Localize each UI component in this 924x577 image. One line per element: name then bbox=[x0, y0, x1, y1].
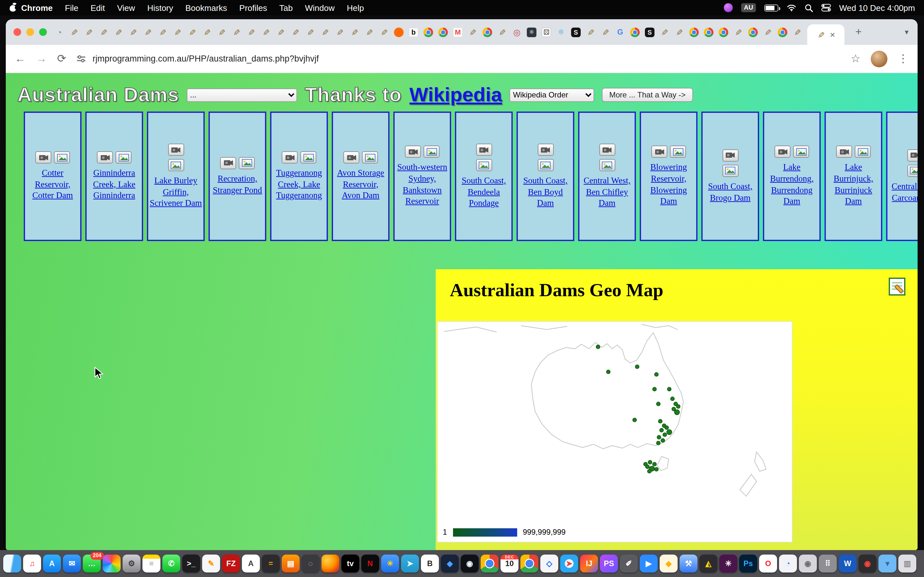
pen-favicon[interactable]: ✎ bbox=[217, 27, 226, 37]
camcorder-icon[interactable] bbox=[651, 146, 667, 158]
dam-select[interactable]: ... bbox=[187, 88, 297, 102]
zoom-window-button[interactable] bbox=[39, 28, 47, 36]
dam-marker[interactable] bbox=[648, 469, 651, 473]
wikipedia-link[interactable]: Wikipedia bbox=[409, 83, 502, 106]
pen-favicon[interactable]: ✎ bbox=[202, 27, 212, 37]
more-that-a-way-button[interactable]: More ... That a Way -> bbox=[602, 88, 693, 102]
forward-button[interactable]: → bbox=[36, 52, 47, 65]
dock-icon-app-store[interactable]: A bbox=[43, 554, 61, 572]
dock-icon-github[interactable]: ◉ bbox=[461, 554, 479, 572]
dock-icon-sketch[interactable]: ◆ bbox=[660, 554, 678, 572]
active-tab[interactable]: ✎ × bbox=[807, 24, 845, 45]
camcorder-icon[interactable] bbox=[220, 157, 236, 169]
dock-icon-utility-app[interactable]: ◌ bbox=[302, 554, 320, 572]
menu-item-tab[interactable]: Tab bbox=[279, 3, 293, 13]
compass-favicon[interactable]: ◔ bbox=[55, 27, 64, 37]
dock-icon-chromium[interactable] bbox=[520, 554, 538, 572]
back-button[interactable]: ← bbox=[15, 52, 26, 65]
chrome-favicon[interactable] bbox=[748, 27, 758, 37]
pen-favicon[interactable]: ✎ bbox=[365, 27, 374, 37]
dock-icon-xcode[interactable]: ⚒ bbox=[680, 554, 698, 572]
dock-icon-books[interactable]: ▤ bbox=[282, 554, 300, 572]
dock-icon-filezilla[interactable]: FZ bbox=[222, 554, 240, 572]
dam-marker[interactable] bbox=[656, 441, 660, 445]
dam-marker[interactable] bbox=[596, 345, 600, 349]
pen-favicon[interactable]: ✎ bbox=[763, 27, 772, 37]
pen-favicon[interactable]: ✎ bbox=[305, 27, 315, 37]
gmail-favicon[interactable]: M bbox=[453, 27, 463, 37]
dock-icon-photoshop[interactable]: Ps bbox=[739, 554, 757, 572]
pen-favicon[interactable]: ✎ bbox=[143, 27, 153, 37]
camcorder-icon[interactable] bbox=[476, 143, 492, 156]
dam-marker[interactable] bbox=[606, 370, 610, 374]
photo-icon[interactable] bbox=[423, 146, 439, 158]
dock-icon-opera[interactable]: O bbox=[759, 554, 777, 572]
notes-widget-icon[interactable] bbox=[888, 277, 907, 296]
camcorder-icon[interactable] bbox=[836, 146, 852, 158]
photo-icon[interactable] bbox=[168, 159, 184, 171]
dock-icon-chrome[interactable] bbox=[481, 554, 499, 572]
menu-bar-clock[interactable]: Wed 10 Dec 4:00pm bbox=[839, 3, 915, 13]
tab-close-button[interactable]: × bbox=[830, 30, 835, 39]
dam-link[interactable]: Central West, Ben Chifley Dam bbox=[581, 175, 633, 209]
pen-favicon[interactable]: ✎ bbox=[674, 27, 684, 37]
pen-favicon[interactable]: ✎ bbox=[187, 27, 197, 37]
browser-menu-icon[interactable]: ⋮ bbox=[898, 52, 909, 65]
dam-marker[interactable] bbox=[633, 418, 636, 422]
apple-menu-icon[interactable] bbox=[9, 3, 17, 12]
pen-favicon[interactable]: ✎ bbox=[586, 27, 596, 37]
snowdark-favicon[interactable]: ❄ bbox=[527, 27, 536, 37]
dam-link[interactable]: Blowering Reservoir, Blowering Dam bbox=[642, 162, 695, 207]
dam-marker[interactable] bbox=[654, 372, 658, 376]
order-select[interactable]: Wikipedia Order bbox=[510, 88, 594, 102]
camcorder-icon[interactable] bbox=[343, 151, 359, 163]
pen-favicon[interactable]: ✎ bbox=[468, 27, 477, 37]
pen-favicon[interactable]: ✎ bbox=[335, 27, 344, 37]
dock-icon-textedit[interactable]: A bbox=[242, 554, 260, 572]
pen-favicon[interactable]: ✎ bbox=[601, 27, 610, 37]
target-favicon[interactable]: ◎ bbox=[512, 27, 522, 37]
menu-item-history[interactable]: History bbox=[147, 3, 173, 13]
dock-icon-notes[interactable]: ≡ bbox=[142, 554, 160, 572]
spotlight-icon[interactable] bbox=[804, 3, 813, 12]
pen-favicon[interactable]: ✎ bbox=[84, 27, 94, 37]
dam-marker[interactable] bbox=[654, 467, 658, 471]
dice-favicon[interactable]: ⚄ bbox=[541, 27, 551, 37]
camcorder-icon[interactable] bbox=[537, 143, 553, 156]
wifi-icon[interactable] bbox=[787, 4, 796, 11]
dam-marker[interactable] bbox=[674, 410, 680, 415]
dam-link[interactable]: South Coast, Ben Boyd Dam bbox=[519, 175, 572, 209]
pen-favicon[interactable]: ✎ bbox=[158, 27, 168, 37]
slack-favicon[interactable]: S bbox=[645, 27, 654, 37]
dock-icon-gimp[interactable]: ✐ bbox=[620, 554, 638, 572]
dam-link[interactable]: Tuggeranong Creek, Lake Tuggeranong bbox=[273, 167, 325, 201]
menu-item-profiles[interactable]: Profiles bbox=[239, 3, 267, 13]
photo-icon[interactable] bbox=[239, 157, 255, 169]
dock-icon-preview[interactable]: ◔ bbox=[779, 554, 797, 572]
dam-link[interactable]: Cotter Reservoir, Cotter Dam bbox=[26, 167, 79, 201]
pen-favicon[interactable]: ✎ bbox=[291, 27, 300, 37]
camcorder-icon[interactable] bbox=[907, 149, 918, 161]
chrome-favicon[interactable] bbox=[483, 27, 492, 37]
pen-favicon[interactable]: ✎ bbox=[99, 27, 108, 37]
input-source-indicator[interactable]: AU bbox=[741, 3, 756, 12]
dam-link[interactable]: Lake Burrinjuck, Burrinjuck Dam bbox=[827, 162, 880, 207]
dock-icon-apple-tv[interactable]: tv bbox=[341, 554, 359, 572]
chrome-favicon[interactable] bbox=[689, 27, 699, 37]
pen-favicon[interactable]: ✎ bbox=[128, 27, 138, 37]
photo-icon[interactable] bbox=[855, 146, 871, 158]
geo-map[interactable]: 1 999,999,999 bbox=[437, 321, 792, 542]
menu-item-edit[interactable]: Edit bbox=[90, 3, 105, 13]
dock-icon-calendar[interactable]: 10DEC bbox=[501, 554, 519, 572]
dam-link[interactable]: Central West, Carcoar Dam bbox=[889, 181, 918, 203]
dock-icon-pages[interactable]: ✎ bbox=[202, 554, 220, 572]
dock-icon-dark-utility[interactable]: ◆ bbox=[441, 554, 459, 572]
pen-favicon[interactable]: ✎ bbox=[173, 27, 182, 37]
site-settings-icon[interactable] bbox=[77, 55, 86, 63]
dock-icon-photo-booth[interactable]: ◉ bbox=[859, 554, 877, 572]
control-center-icon[interactable] bbox=[821, 4, 830, 11]
pen-favicon[interactable]: ✎ bbox=[497, 27, 507, 37]
dock-icon-phpstorm[interactable]: PS bbox=[600, 554, 618, 572]
pen-favicon[interactable]: ✎ bbox=[232, 27, 241, 37]
pen-favicon[interactable]: ✎ bbox=[276, 27, 286, 37]
